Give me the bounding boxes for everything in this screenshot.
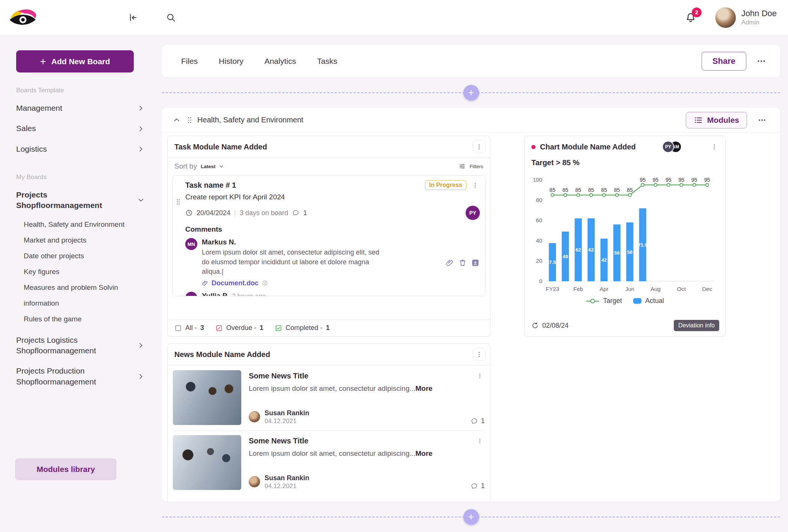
sidebar-subitem-measures[interactable]: Measures and problem Solvin [16, 280, 147, 295]
sidebar-subitem-information[interactable]: information [16, 295, 147, 311]
status-dot [531, 145, 535, 149]
add-section-button[interactable]: + [463, 509, 479, 525]
kebab-icon [477, 438, 483, 444]
clock-icon [185, 209, 193, 217]
sidebar-item-projects-shopfloormanagement[interactable]: Projects Shopfloormanagement [16, 185, 147, 216]
modules-button[interactable]: Modules [686, 112, 747, 128]
deviation-info-tooltip[interactable]: Deviation info [674, 320, 719, 331]
summary-all-label: All - [185, 324, 197, 332]
tab-files[interactable]: Files [180, 54, 198, 69]
tab-analytics[interactable]: Analytics [264, 54, 297, 69]
summary-overdue[interactable]: Overdue - 1 [215, 324, 263, 332]
chart-module-menu-button[interactable] [708, 140, 721, 153]
task-name: Task name # 1 [185, 181, 236, 190]
collapse-sidebar-button[interactable] [125, 10, 141, 26]
notifications-button[interactable]: 2 [682, 9, 699, 26]
delete-button[interactable] [458, 258, 467, 267]
news-author: Susan Rankin 04.12.2021 [249, 474, 309, 490]
news-excerpt: Lorem ipsum dolor sit amet, consectetur … [249, 384, 485, 393]
chart-module-title: Chart Module Name Added [540, 143, 636, 151]
sidebar-subitem-market-projects[interactable]: Market and projects [16, 232, 147, 248]
news-more-link[interactable]: More [416, 384, 433, 392]
legend-actual: Actual [633, 297, 664, 305]
remove-attachment-icon [262, 280, 268, 286]
download-button[interactable] [471, 258, 480, 267]
task-module-menu-button[interactable] [473, 140, 486, 153]
chart-target-label: Target > 85 % [525, 158, 725, 167]
svg-text:85: 85 [575, 187, 581, 193]
collapse-sidebar-icon [127, 12, 138, 23]
summary-all[interactable]: All - 3 [174, 324, 204, 332]
news-item-menu-button[interactable] [475, 436, 485, 446]
add-new-board-button[interactable]: + Add New Board [16, 50, 134, 72]
sidebar-item-sales[interactable]: Sales [16, 118, 147, 139]
task-menu-button[interactable] [470, 180, 480, 190]
task-meta-row: 20/04/2024 | 3 days on board 1 PY [185, 206, 480, 220]
board-section-more-button[interactable] [754, 112, 770, 128]
drag-handle-icon[interactable] [185, 115, 194, 125]
sidebar-subitem-key-figures[interactable]: Key figures [16, 264, 147, 280]
svg-text:20: 20 [536, 258, 542, 264]
svg-text:85: 85 [614, 187, 620, 193]
summary-completed[interactable]: Completed - 1 [275, 324, 330, 332]
sidebar-item-management[interactable]: Management [16, 98, 147, 118]
user-name: John Doe [741, 9, 777, 18]
drag-handle-icon[interactable] [176, 198, 181, 206]
member-avatars[interactable]: PY AM [662, 141, 682, 153]
sidebar-item-projects-production[interactable]: Projects Production Shopfloormanagement [16, 361, 147, 392]
ellipsis-icon [758, 116, 767, 125]
attach-button[interactable] [445, 258, 454, 267]
share-button[interactable]: Share [702, 52, 746, 71]
sort-dropdown[interactable]: Latest [201, 163, 224, 169]
sidebar-item-label: Sales [16, 123, 36, 134]
tab-history[interactable]: History [218, 54, 244, 69]
attachment-chip[interactable]: Document.doc [202, 279, 441, 287]
filters-button[interactable]: Filters [458, 163, 483, 170]
comment-text: Lorem ipsum dolor sit amet, consectetur … [202, 248, 381, 276]
modules-library-button[interactable]: Modules library [15, 458, 116, 480]
user-menu[interactable]: John Doe Admin [715, 7, 777, 28]
news-comments-count[interactable]: 1 [470, 417, 485, 425]
svg-text:42: 42 [601, 258, 607, 263]
add-section-button[interactable]: + [463, 85, 479, 101]
app-logo[interactable] [7, 6, 40, 29]
board-section: Health, Safety and Environment Modules T… [162, 108, 780, 502]
sidebar-item-logistics[interactable]: Logistics [16, 139, 147, 159]
sidebar-subitem-health-safety[interactable]: Health, Safety and Environment [16, 217, 147, 232]
target-actual-chart: 02040608010037.5849626242565871.98585858… [531, 170, 719, 296]
task-due-date: 20/04/2024 [197, 209, 230, 217]
sidebar-subitem-rules[interactable]: Rules of the game [16, 311, 147, 327]
task-card[interactable]: Task name # 1 In Progress Create report … [172, 175, 486, 296]
svg-text:85: 85 [588, 187, 594, 193]
chevron-down-icon [137, 196, 145, 204]
search-icon [166, 12, 176, 23]
add-section-divider-bottom: + [162, 511, 780, 523]
refresh-icon [531, 322, 539, 329]
news-module-menu-button[interactable] [473, 348, 486, 361]
comment-author: Markus N. [202, 238, 236, 246]
svg-text:85: 85 [627, 187, 633, 193]
news-more-link[interactable]: More [416, 449, 433, 457]
task-description: Create report KPI for April 2024 [185, 193, 480, 201]
svg-text:71.9: 71.9 [638, 242, 647, 248]
toolbar-more-button[interactable] [753, 53, 770, 69]
news-item[interactable]: Some News Title Lorem ipsum dolor sit am… [168, 366, 490, 430]
refresh-button[interactable]: 02/08/24 [531, 322, 569, 330]
news-item[interactable]: Some News Title Lorem ipsum dolor sit am… [168, 431, 490, 495]
sidebar-subitem-date-other-projects[interactable]: Date other projects [16, 248, 147, 264]
sidebar-item-projects-logistics[interactable]: Projects Logistics Shopfloormanagement [16, 330, 147, 361]
search-button[interactable] [163, 10, 179, 26]
news-module-header: News Module Name Added [168, 344, 490, 365]
task-status-badge: In Progress [425, 180, 466, 190]
collapse-section-button[interactable] [170, 114, 183, 127]
news-item-menu-button[interactable] [475, 371, 485, 381]
comment-count: 1 [481, 417, 485, 425]
assignee-avatar[interactable]: PY [466, 206, 480, 220]
my-boards-heading: My Boards [16, 173, 147, 181]
svg-text:Dec: Dec [702, 286, 712, 292]
sort-by-label: Sort by [174, 162, 197, 170]
board-label-line1: Projects Logistics [16, 336, 77, 344]
task-days-on-board: 3 days on board [240, 209, 288, 217]
news-comments-count[interactable]: 1 [470, 482, 485, 490]
tab-tasks[interactable]: Tasks [316, 54, 338, 69]
